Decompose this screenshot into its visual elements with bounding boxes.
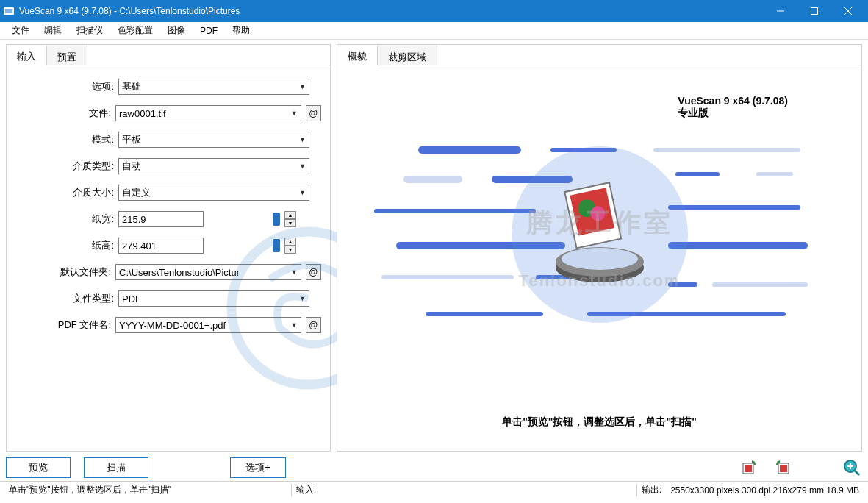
menu-scanner[interactable]: 扫描仪 <box>69 22 110 39</box>
svg-rect-16 <box>745 465 752 472</box>
chevron-down-icon: ▼ <box>299 295 306 302</box>
preview-area: VueScan 9 x64 (9.7.08) 专业版 <box>337 65 861 451</box>
pdf-at-button[interactable]: @ <box>306 317 321 333</box>
minimize-button[interactable] <box>764 0 797 22</box>
chevron-down-icon: ▼ <box>291 110 298 117</box>
spinner-paper-height[interactable]: ▲▼ <box>284 238 296 254</box>
app-icon <box>3 5 15 17</box>
tab-overview[interactable]: 概貌 <box>337 45 378 65</box>
select-media-size[interactable]: 自定义 ▼ <box>118 185 309 201</box>
svg-line-22 <box>855 471 859 475</box>
menubar: 文件 编辑 扫描仪 色彩配置 图像 PDF 帮助 <box>0 22 868 40</box>
select-media-size-value: 自定义 <box>122 186 151 199</box>
file-at-button[interactable]: @ <box>306 105 321 121</box>
chevron-down-icon: ▼ <box>291 268 298 276</box>
tab-input[interactable]: 输入 <box>7 45 47 65</box>
chevron-down-icon: ▼ <box>299 163 306 170</box>
svg-rect-3 <box>811 8 818 15</box>
input-paper-width-value: 215.9 <box>122 214 146 225</box>
status-left: 单击"预览"按钮，调整选区后，单击"扫描" <box>4 484 291 496</box>
select-default-folder[interactable]: C:\Users\Tenlonstudio\Pictur ▼ <box>115 264 301 280</box>
select-options[interactable]: 基础 ▼ <box>118 79 309 95</box>
menu-help[interactable]: 帮助 <box>225 22 257 39</box>
label-paper-width: 纸宽: <box>15 213 118 226</box>
zoom-in-button[interactable] <box>842 457 862 478</box>
select-media-type-value: 自动 <box>122 160 141 173</box>
spinner-down-icon: ▼ <box>284 219 296 227</box>
rotate-right-button[interactable] <box>772 457 793 478</box>
label-file: 文件: <box>15 107 115 120</box>
label-file-type: 文件类型: <box>15 292 118 305</box>
spinner-paper-width[interactable]: ▲▼ <box>284 211 296 227</box>
label-pdf-filename: PDF 文件名: <box>15 318 115 332</box>
options-plus-button[interactable]: 选项+ <box>230 457 286 478</box>
preview-button[interactable]: 预览 <box>6 457 71 478</box>
slider-thumb-icon <box>273 213 280 226</box>
status-output-label: 输出: <box>636 484 666 496</box>
rotate-left-button[interactable] <box>739 457 759 478</box>
spinner-up-icon: ▲ <box>284 211 296 219</box>
menu-image[interactable]: 图像 <box>160 22 193 39</box>
folder-at-button[interactable]: @ <box>306 264 321 280</box>
select-file-type-value: PDF <box>122 293 141 304</box>
maximize-button[interactable] <box>797 0 831 22</box>
menu-color[interactable]: 色彩配置 <box>110 22 160 39</box>
scan-button[interactable]: 扫描 <box>84 457 148 478</box>
main-area: 输入 预置 选项: 基础 ▼ 文件: raw0001.tif ▼ @ 模式: <box>0 40 868 454</box>
right-tabs: 概貌 裁剪区域 <box>337 45 861 65</box>
preview-title: VueScan 9 x64 (9.7.08) 专业版 <box>678 95 788 120</box>
tab-preset[interactable]: 预置 <box>47 45 87 65</box>
select-default-folder-value: C:\Users\Tenlonstudio\Pictur <box>119 267 240 278</box>
select-mode[interactable]: 平板 ▼ <box>118 132 309 148</box>
chevron-down-icon: ▼ <box>299 189 306 196</box>
close-button[interactable] <box>831 0 865 22</box>
select-pdf-filename[interactable]: YYYY-MM-DD-0001+.pdf ▼ <box>115 317 301 333</box>
spinner-down-icon: ▼ <box>284 246 296 254</box>
svg-rect-18 <box>780 465 787 472</box>
slider-thumb-icon <box>273 239 280 252</box>
preview-graphic: 腾龙工作室 Tenlonstudio.com <box>374 146 825 323</box>
menu-file[interactable]: 文件 <box>4 22 37 39</box>
label-mode: 模式: <box>15 133 118 146</box>
slider-paper-width[interactable] <box>207 213 280 226</box>
status-input-label: 输入: <box>291 484 320 496</box>
select-file-type[interactable]: PDF ▼ <box>118 290 309 307</box>
chevron-down-icon: ▼ <box>299 136 306 143</box>
titlebar: VueScan 9 x64 (9.7.08) - C:\Users\Tenlon… <box>0 0 868 22</box>
bottom-bar: 预览 扫描 选项+ <box>0 454 868 481</box>
preview-title-line2: 专业版 <box>678 107 788 120</box>
label-media-type: 介质类型: <box>15 160 118 173</box>
input-paper-height-value: 279.401 <box>122 240 157 252</box>
select-mode-value: 平板 <box>122 133 141 146</box>
left-panel: 输入 预置 选项: 基础 ▼ 文件: raw0001.tif ▼ @ 模式: <box>6 44 331 452</box>
scanner-icon <box>548 179 651 290</box>
chevron-down-icon: ▼ <box>299 83 306 90</box>
right-panel: 概貌 裁剪区域 VueScan 9 x64 (9.7.08) 专业版 <box>337 44 862 452</box>
input-paper-width[interactable]: 215.9 <box>118 211 204 227</box>
label-options: 选项: <box>15 80 118 93</box>
svg-rect-1 <box>5 9 12 13</box>
label-default-folder: 默认文件夹: <box>15 265 115 279</box>
preview-hint: 单击"预览"按钮，调整选区后，单击"扫描" <box>337 415 861 429</box>
left-tabs: 输入 预置 <box>7 45 330 65</box>
input-form: 选项: 基础 ▼ 文件: raw0001.tif ▼ @ 模式: 平板 ▼ <box>7 65 330 451</box>
svg-point-10 <box>562 248 638 270</box>
select-file-value: raw0001.tif <box>119 108 166 119</box>
menu-pdf[interactable]: PDF <box>193 24 225 38</box>
label-paper-height: 纸高: <box>15 239 118 252</box>
status-output-value: 2550x3300 pixels 300 dpi 216x279 mm 18.9… <box>666 485 864 496</box>
select-options-value: 基础 <box>122 80 141 93</box>
statusbar: 单击"预览"按钮，调整选区后，单击"扫描" 输入: 输出: 2550x3300 … <box>0 481 868 499</box>
spinner-up-icon: ▲ <box>284 238 296 246</box>
window-title: VueScan 9 x64 (9.7.08) - C:\Users\Tenlon… <box>19 6 764 16</box>
chevron-down-icon: ▼ <box>291 321 298 329</box>
select-file[interactable]: raw0001.tif ▼ <box>115 105 301 121</box>
input-paper-height[interactable]: 279.401 <box>118 238 204 254</box>
slider-paper-height[interactable] <box>207 239 280 252</box>
tab-crop[interactable]: 裁剪区域 <box>378 45 437 65</box>
label-media-size: 介质大小: <box>15 186 118 199</box>
select-pdf-filename-value: YYYY-MM-DD-0001+.pdf <box>119 320 226 331</box>
select-media-type[interactable]: 自动 ▼ <box>118 158 309 174</box>
preview-title-line1: VueScan 9 x64 (9.7.08) <box>678 95 788 107</box>
menu-edit[interactable]: 编辑 <box>37 22 69 39</box>
